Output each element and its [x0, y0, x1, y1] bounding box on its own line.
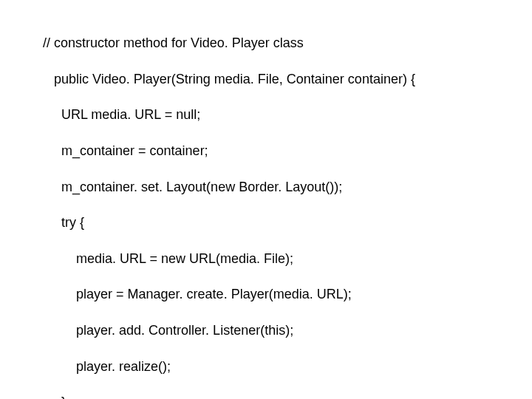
code-line: // constructor method for Video. Player … — [43, 34, 532, 52]
code-line: } — [43, 393, 532, 399]
code-line: m_container = container; — [43, 142, 532, 160]
code-line: player = Manager. create. Player(media. … — [43, 285, 532, 303]
code-line: media. URL = new URL(media. File); — [43, 250, 532, 267]
code-line: try { — [43, 214, 532, 231]
code-line: public Video. Player(String media. File,… — [43, 70, 532, 88]
code-block: // constructor method for Video. Player … — [0, 0, 532, 399]
code-line: player. realize(); — [43, 358, 532, 375]
code-line: player. add. Controller. Listener(this); — [43, 321, 532, 339]
code-line: URL media. URL = null; — [43, 106, 532, 123]
code-line: m_container. set. Layout(new Border. Lay… — [43, 178, 532, 196]
